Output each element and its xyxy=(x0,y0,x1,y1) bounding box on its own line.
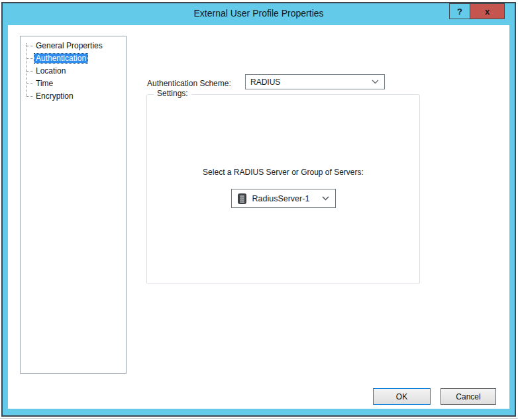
tree-item-label: Time xyxy=(34,79,54,88)
radius-server-value: RadiusServer-1 xyxy=(252,194,310,203)
settings-groupbox: Settings: Select a RADIUS Server or Grou… xyxy=(146,94,420,284)
help-icon: ? xyxy=(457,7,462,17)
title-bar[interactable]: External User Profile Properties ? x xyxy=(3,3,515,25)
ok-button-label: OK xyxy=(396,392,407,401)
sidebar-item-encryption[interactable]: Encryption xyxy=(21,90,126,103)
chevron-down-icon xyxy=(322,196,329,201)
tree-item-label: Authentication xyxy=(34,54,87,63)
tree-item-label: General Properties xyxy=(34,41,104,50)
auth-scheme-label: Authentication Scheme: xyxy=(147,79,231,88)
chevron-down-icon xyxy=(372,79,379,84)
properties-tree: General Properties Authentication Locati… xyxy=(20,36,127,374)
tree-item-label: Encryption xyxy=(34,91,75,101)
screen-edge-line xyxy=(0,418,518,419)
ok-button[interactable]: OK xyxy=(373,388,431,405)
help-button[interactable]: ? xyxy=(449,3,470,19)
server-list-icon xyxy=(238,193,246,204)
dialog-client-area: General Properties Authentication Locati… xyxy=(8,25,509,409)
sidebar-item-authentication[interactable]: Authentication xyxy=(21,52,126,65)
cancel-button-label: Cancel xyxy=(456,392,480,401)
radius-server-prompt: Select a RADIUS Server or Group of Serve… xyxy=(147,168,419,177)
close-icon: x xyxy=(485,7,490,17)
sidebar-item-general-properties[interactable]: General Properties xyxy=(21,40,126,52)
sidebar-item-time[interactable]: Time xyxy=(21,78,126,90)
settings-group-label: Settings: xyxy=(154,89,191,98)
sidebar-item-location[interactable]: Location xyxy=(21,65,126,78)
cancel-button[interactable]: Cancel xyxy=(440,388,496,405)
window-title: External User Profile Properties xyxy=(3,3,515,25)
dialog-window: External User Profile Properties ? x Gen… xyxy=(1,2,516,417)
auth-scheme-dropdown[interactable]: RADIUS xyxy=(245,74,385,89)
tree-item-label: Location xyxy=(34,66,67,76)
title-buttons: ? x xyxy=(449,3,505,19)
radius-server-dropdown[interactable]: RadiusServer-1 xyxy=(231,189,336,208)
auth-scheme-value: RADIUS xyxy=(250,78,280,87)
close-button[interactable]: x xyxy=(470,3,505,19)
